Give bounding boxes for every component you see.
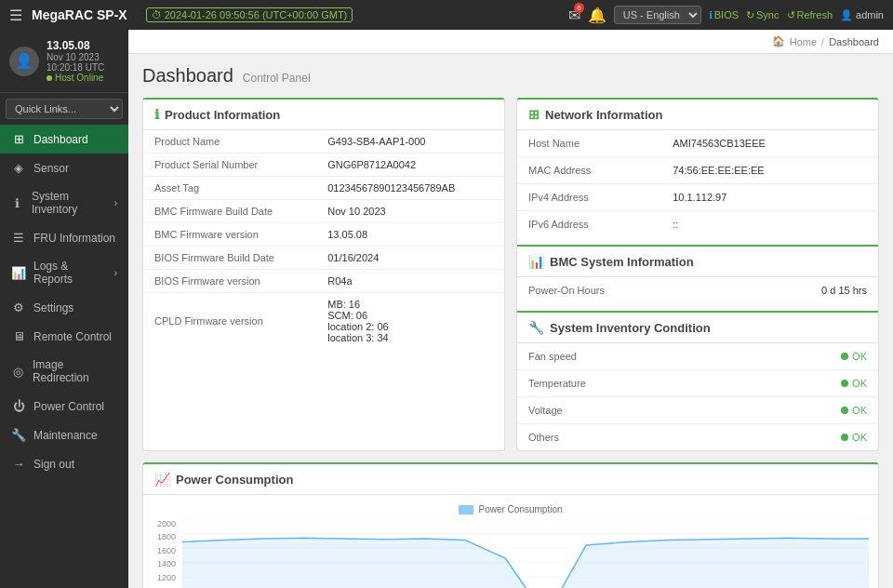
- alert-icon[interactable]: 🔔: [588, 7, 606, 24]
- power-chart-header: 📈 Power Consumption: [143, 464, 878, 495]
- sync-button[interactable]: ↻ Sync: [746, 9, 779, 21]
- sidebar-item-sign-out[interactable]: → Sign out: [0, 449, 128, 478]
- chart-icon: 📈: [154, 472, 170, 487]
- sidebar-item-label: Dashboard: [33, 133, 88, 146]
- table-row: TemperatureOK: [517, 370, 878, 397]
- sidebar-item-label: Settings: [33, 301, 73, 314]
- condition-table: Fan speedOKTemperatureOKVoltageOKOthersO…: [517, 343, 878, 450]
- network-info-header: ⊞ Network Information: [517, 100, 878, 130]
- table-row: BMC Firmware Build DateNov 10 2023: [143, 200, 504, 223]
- bios-button[interactable]: ℹ BIOS: [709, 9, 739, 21]
- sidebar-item-label: Power Control: [33, 400, 104, 413]
- status-dot: [841, 434, 848, 441]
- clock-icon: ⏱: [152, 9, 162, 20]
- svg-marker-10: [182, 538, 869, 588]
- table-row: Power-On Hours 0 d 15 hrs: [517, 277, 878, 303]
- sidebar-item-dashboard[interactable]: ⊞ Dashboard: [0, 125, 128, 154]
- language-select[interactable]: US - English: [614, 6, 701, 24]
- sidebar-item-sensor[interactable]: ◈ Sensor: [0, 154, 128, 182]
- table-row: Host NameAMI74563CB13EEE: [517, 130, 878, 157]
- sidebar-item-label: Image Redirection: [33, 358, 117, 384]
- host-status-dot: [47, 75, 52, 81]
- user-icon: 👤: [840, 9, 853, 21]
- page-header: Dashboard Control Panel: [142, 65, 879, 87]
- sidebar-item-label: Sign out: [33, 458, 74, 471]
- system-inventory-icon: ℹ: [11, 196, 24, 210]
- product-info-header: ℹ Product Information: [143, 100, 504, 130]
- network-info-card: ⊞ Network Information Host NameAMI74563C…: [516, 98, 879, 451]
- topbar: ☰ MegaRAC SP-X ⏱ 2024-01-26 09:50:56 (UT…: [0, 0, 893, 30]
- sidebar: 👤 13.05.08 Nov 10 2023 10:20:18 UTC Host…: [0, 30, 128, 588]
- dashboard-icon: ⊞: [11, 132, 26, 146]
- sidebar-item-label: Remote Control: [33, 330, 112, 343]
- bios-icon: ℹ: [709, 9, 713, 21]
- table-row: Asset Tag01234567890123456789AB: [143, 177, 504, 200]
- status-dot: [841, 380, 848, 387]
- chart-area: 200018001600140012001000800600400200: [153, 519, 869, 588]
- table-row: Product Serial NumberGNG6P8712A0042: [143, 154, 504, 177]
- sidebar-nav: ⊞ Dashboard ◈ Sensor ℹ System Inventory …: [0, 125, 128, 588]
- chart-svg-wrap: [182, 519, 869, 588]
- power-chart-svg: [182, 519, 869, 588]
- cards-grid: ℹ Product Information Product NameG493-S…: [142, 98, 879, 588]
- hamburger-icon[interactable]: ☰: [9, 7, 22, 24]
- sidebar-item-system-inventory[interactable]: ℹ System Inventory ›: [0, 182, 128, 223]
- page-title: Dashboard: [142, 65, 233, 87]
- chart-legend: Power Consumption: [153, 504, 869, 514]
- breadcrumb: 🏠 Home / Dashboard: [128, 30, 893, 54]
- mail-badge[interactable]: ✉ 6: [568, 7, 580, 24]
- table-row: BIOS Firmware versionR04a: [143, 270, 504, 293]
- refresh-button[interactable]: ↺ Refresh: [787, 9, 833, 21]
- maintenance-icon: 🔧: [11, 428, 26, 442]
- fru-icon: ☰: [11, 231, 26, 245]
- sync-icon: ↻: [746, 9, 754, 21]
- sidebar-item-maintenance[interactable]: 🔧 Maintenance: [0, 421, 128, 449]
- bmc-info-table: Power-On Hours 0 d 15 hrs: [517, 277, 878, 303]
- quicklinks: Quick Links...: [0, 93, 128, 125]
- table-row: BIOS Firmware Build Date01/16/2024: [143, 247, 504, 270]
- product-info-table: Product NameG493-SB4-AAP1-000Product Ser…: [143, 130, 504, 349]
- table-row: OthersOK: [517, 424, 878, 451]
- sidebar-item-power-control[interactable]: ⏻ Power Control: [0, 392, 128, 421]
- main-area: 🏠 Home / Dashboard Dashboard Control Pan…: [128, 30, 893, 588]
- sidebar-item-label: Sensor: [33, 162, 69, 175]
- power-chart-card: 📈 Power Consumption Power Consumption 20…: [142, 462, 879, 588]
- sidebar-item-logs-reports[interactable]: 📊 Logs & Reports ›: [0, 252, 128, 293]
- product-info-card: ℹ Product Information Product NameG493-S…: [142, 98, 505, 451]
- settings-icon: ⚙: [11, 301, 26, 314]
- bmc-info-header: 📊 BMC System Information: [517, 247, 878, 277]
- content-area: Dashboard Control Panel ℹ Product Inform…: [128, 54, 893, 588]
- chart-y-labels: 200018001600140012001000800600400200: [153, 519, 179, 588]
- status-dot: [841, 353, 848, 360]
- power-icon: ⏻: [11, 399, 26, 413]
- sign-out-icon: →: [11, 457, 26, 471]
- table-row: BMC Firmware version13.05.08: [143, 223, 504, 247]
- table-row: VoltageOK: [517, 397, 878, 424]
- network-info-table: Host NameAMI74563CB13EEEMAC Address74:56…: [517, 130, 878, 237]
- power-chart-container: Power Consumption 2000180016001400120010…: [143, 495, 878, 588]
- sidebar-item-image-redirection[interactable]: ◎ Image Redirection: [0, 351, 128, 392]
- inventory-condition-header: 🔧 System Inventory Condition: [517, 313, 878, 343]
- home-icon: 🏠: [772, 35, 785, 47]
- network-info-body: Host NameAMI74563CB13EEEMAC Address74:56…: [517, 130, 878, 237]
- quicklinks-select[interactable]: Quick Links...: [6, 99, 123, 119]
- sidebar-item-remote-control[interactable]: 🖥 Remote Control: [0, 322, 128, 351]
- table-row: Fan speedOK: [517, 343, 878, 370]
- sidebar-item-fru[interactable]: ☰ FRU Information: [0, 223, 128, 252]
- app-title: MegaRAC SP-X: [32, 7, 127, 22]
- status-dot: [841, 407, 848, 414]
- topbar-time: ⏱ 2024-01-26 09:50:56 (UTC+00:00 GMT): [146, 7, 353, 22]
- table-row: MAC Address74:56:EE:EE:EE:EE: [517, 157, 878, 184]
- chevron-right-icon: ›: [114, 198, 117, 208]
- info-icon: ℹ: [154, 107, 159, 122]
- refresh-icon: ↺: [787, 9, 795, 21]
- page-subtitle: Control Panel: [243, 72, 311, 85]
- host-status: Host Online: [47, 73, 119, 83]
- remote-control-icon: 🖥: [11, 329, 26, 343]
- admin-menu[interactable]: 👤 admin: [840, 9, 884, 21]
- bmc-info-body: Power-On Hours 0 d 15 hrs: [517, 277, 878, 303]
- sensor-icon: ◈: [11, 161, 26, 175]
- table-row: IPv6 Address::: [517, 211, 878, 238]
- sidebar-item-label: System Inventory: [32, 190, 107, 216]
- sidebar-item-settings[interactable]: ⚙ Settings: [0, 293, 128, 322]
